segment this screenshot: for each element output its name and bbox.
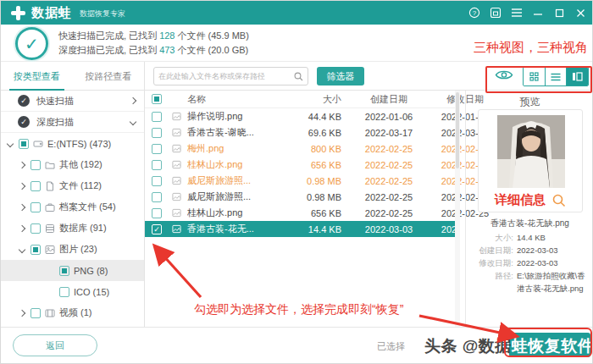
file-row[interactable]: 桂林山水.png656 KB2022-02-252022-02-25 <box>145 157 460 173</box>
file-row[interactable]: 威尼斯旅游照...0.98 MB2022-02-252022-02-25 <box>145 173 460 189</box>
file-row[interactable]: ✓香港古装-花无...14.4 KB2022-03-032022-03-03 <box>145 221 460 237</box>
chevron-right-icon[interactable] <box>19 224 25 231</box>
select-all-checkbox[interactable] <box>152 94 162 104</box>
tree-item-深度扫描[interactable]: ✓深度扫描 <box>1 112 144 133</box>
row-checkbox[interactable] <box>152 208 162 218</box>
drive-icon <box>33 139 43 149</box>
image-icon <box>45 245 55 255</box>
search-icon[interactable] <box>294 72 303 81</box>
row-checkbox[interactable] <box>152 192 162 202</box>
file-created: 2022-02-25 <box>352 160 426 170</box>
zoom-magnifier-icon[interactable] <box>552 194 566 207</box>
file-row[interactable]: 香港古装-谢晓...69.6 KB2022-03-172022-03-17 <box>145 124 460 141</box>
file-created: 2022-01-06 <box>352 112 426 122</box>
tree-item-PNG[interactable]: PNG (8) <box>1 260 144 281</box>
tab-by-type[interactable]: 按类型查看 <box>1 62 73 91</box>
archive-icon <box>45 202 55 212</box>
row-checkbox[interactable] <box>152 160 162 170</box>
row-checkbox[interactable] <box>152 112 162 122</box>
tree-item-数据库[interactable]: 数据库 (91) <box>1 218 144 239</box>
chevron-right-icon[interactable] <box>19 203 25 210</box>
filter-button[interactable]: 筛选器 <box>317 67 364 85</box>
tree-item-档案文件[interactable]: 档案文件 (54) <box>1 196 144 218</box>
tree-checkbox[interactable] <box>30 160 41 170</box>
tree-checkbox[interactable] <box>19 139 29 149</box>
chevron-right-icon[interactable] <box>130 97 136 104</box>
tree-checkbox[interactable] <box>30 181 41 191</box>
header-size[interactable]: 大小 <box>287 93 352 106</box>
folder-icon <box>45 160 55 170</box>
close-icon[interactable] <box>574 6 587 19</box>
search-box[interactable] <box>153 67 308 85</box>
tree-checkbox[interactable] <box>30 308 41 318</box>
tree-item-图片[interactable]: 图片 (23) <box>1 239 144 260</box>
tree-checkbox[interactable] <box>30 245 41 255</box>
chevron-down-icon[interactable] <box>19 245 25 252</box>
file-name: 威尼斯旅游照... <box>187 190 287 203</box>
file-created: 2022-03-17 <box>352 128 426 138</box>
row-checkbox[interactable] <box>152 176 162 186</box>
detail-field: 路径:E:\旅游拍照收藏\香港古装-花无缺.png <box>471 269 591 295</box>
tree-checkbox[interactable] <box>30 202 41 212</box>
tree-item-快速扫描[interactable]: ✓快速扫描 <box>1 91 144 112</box>
minimize-icon[interactable] <box>531 6 545 19</box>
feedback-icon[interactable] <box>489 6 502 19</box>
row-checkbox[interactable] <box>152 144 162 154</box>
detail-field: 创建日期:2022-03-03 <box>471 244 591 256</box>
file-row[interactable]: 操作说明.png44.4 KB2022-01-062022-01-06 <box>145 108 460 124</box>
back-button[interactable]: 返回 <box>13 334 97 356</box>
file-row[interactable]: 梅州.png800 KB2022-02-252022-02-25 <box>145 141 460 157</box>
file-type-tree: ✓快速扫描✓深度扫描E:(NTFS) (473)其他 (192)文件 (112)… <box>1 91 145 327</box>
maximize-icon[interactable] <box>552 6 566 19</box>
file-name: 桂林山水.png <box>187 158 287 171</box>
database-icon <box>45 223 55 234</box>
data-recovery-window: 数据蛙 数据恢复专家 ? ✓ <box>0 0 593 364</box>
chevron-right-icon[interactable] <box>19 161 25 168</box>
file-name: 威尼斯旅游照... <box>187 174 287 187</box>
header-name[interactable]: 名称 <box>187 93 287 106</box>
file-icon <box>45 181 55 191</box>
tree-item-ICO[interactable]: ICO (15) <box>1 281 144 302</box>
header-created[interactable]: 创建日期 <box>352 93 426 106</box>
tab-by-path[interactable]: 按路径查看 <box>73 62 145 91</box>
tree-item-E:(NTFS)[interactable]: E:(NTFS) (473) <box>1 133 144 154</box>
bottombar: 返回 已选择 头条 @数据蛙恢复软件 <box>1 327 593 364</box>
chevron-right-icon[interactable] <box>19 309 25 316</box>
row-checkbox[interactable] <box>152 128 162 138</box>
file-row[interactable]: 桂林山水.png656 KB2022-02-252022-02-25 <box>145 205 460 221</box>
tree-checkbox[interactable] <box>59 287 69 297</box>
quick-scan-status: 快速扫描已完成, 已找到128个文件 (45.9 MB) <box>58 29 249 43</box>
file-size: 69.6 KB <box>287 128 352 138</box>
chevron-down-icon[interactable] <box>7 140 14 146</box>
tree-item-文件[interactable]: 文件 (112) <box>1 175 144 196</box>
chevron-right-icon[interactable] <box>19 182 25 189</box>
file-name: 香港古装-谢晓... <box>187 126 287 139</box>
detail-info-annotation: 详细信息 <box>479 192 582 208</box>
tree-item-其他[interactable]: 其他 (192) <box>1 154 144 175</box>
annotation-select-note: 勾选即为选择文件，选择完成即刻“恢复” <box>194 302 403 317</box>
file-created: 2022-03-03 <box>352 224 426 234</box>
row-checkbox[interactable]: ✓ <box>152 224 162 234</box>
tree-checkbox[interactable] <box>59 266 69 276</box>
tree-checkbox[interactable] <box>30 223 41 234</box>
tree-item-视频[interactable]: 视频 (1) <box>1 302 144 323</box>
file-size: 656 KB <box>287 160 352 170</box>
file-row[interactable]: 威尼斯旅游照...0.98 MB2022-02-252022-02-25 <box>145 189 460 205</box>
search-input[interactable] <box>158 72 294 80</box>
file-size: 14.4 KB <box>287 224 352 234</box>
preview-eye-icon[interactable] <box>495 69 513 85</box>
chevron-down-icon[interactable] <box>130 119 136 125</box>
image-file-icon <box>172 160 187 169</box>
view-tabs: 按类型查看 按路径查看 <box>1 62 145 91</box>
preview-filename: 香港古装-花无缺.png <box>466 218 593 229</box>
list-view-button[interactable] <box>546 68 568 85</box>
detail-view-button[interactable] <box>567 68 588 85</box>
preview-title: 预览 <box>466 95 593 109</box>
preview-panel: 预览 详 <box>465 91 593 327</box>
app-subtitle: 数据恢复专家 <box>80 8 125 19</box>
menu-icon[interactable] <box>510 6 524 19</box>
file-list-scrollbar[interactable] <box>455 91 460 327</box>
grid-view-button[interactable] <box>524 68 546 85</box>
help-icon[interactable]: ? <box>468 6 481 19</box>
scan-complete-icon: ✓ <box>15 27 48 60</box>
